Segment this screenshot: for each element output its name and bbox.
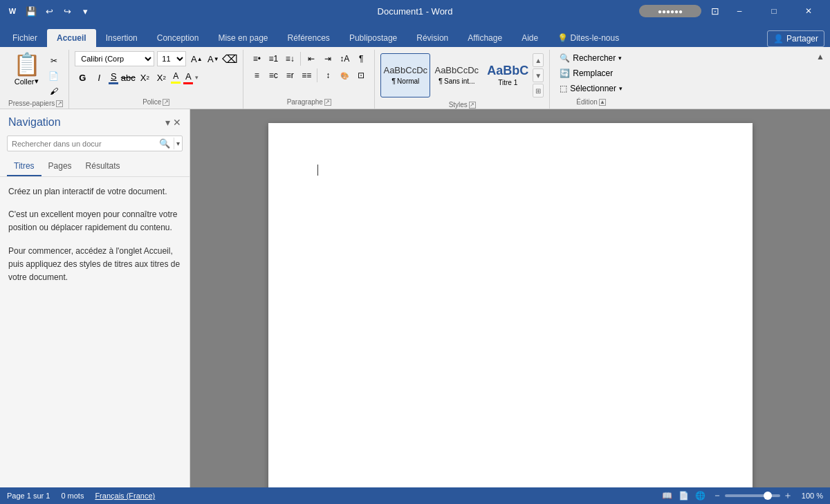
close-button[interactable]: ✕	[793, 0, 824, 22]
nav-tab-resultats[interactable]: Résultats	[79, 157, 127, 176]
tab-aide[interactable]: Aide	[512, 29, 548, 47]
undo-button[interactable]: ↩	[42, 3, 57, 19]
subscript-button[interactable]: X2	[137, 70, 152, 85]
tab-insertion[interactable]: Insertion	[96, 29, 147, 47]
increase-font-button[interactable]: A▲	[189, 51, 204, 66]
tab-accueil[interactable]: Accueil	[47, 29, 96, 47]
para-row1: ≡• ≡1 ≡↓ ⇤ ⇥ ↕A ¶	[249, 51, 369, 66]
nav-dropdown-button[interactable]: ▾	[165, 117, 170, 128]
show-marks-button[interactable]: ¶	[353, 51, 369, 66]
status-language[interactable]: Français (France)	[95, 492, 155, 500]
shading-button[interactable]: 🎨	[337, 68, 352, 83]
tab-revision[interactable]: Révision	[407, 29, 458, 47]
para-row2: ≡ ≡c ≡r ≡≡ ↕ 🎨 ⊡	[249, 68, 369, 83]
nav-search-icon[interactable]: 🔍	[156, 136, 174, 151]
font-color-dropdown[interactable]: ▾	[195, 74, 199, 81]
selectionner-button[interactable]: ⬚ Sélectionner ▾	[555, 82, 627, 95]
read-mode-button[interactable]: 📖	[660, 489, 674, 502]
tab-fichier[interactable]: Fichier	[3, 29, 47, 47]
restore-button[interactable]: ⊡	[710, 6, 721, 17]
sort-button[interactable]: ↕A	[337, 51, 352, 66]
justify-button[interactable]: ≡≡	[299, 68, 314, 83]
nav-search-dropdown[interactable]: ▾	[174, 138, 182, 149]
styles-expand[interactable]: ⊞	[533, 84, 544, 97]
copy-button[interactable]: 📄	[46, 69, 62, 83]
border-button[interactable]: ⊡	[353, 68, 369, 83]
presse-papiers-expand[interactable]: ↗	[56, 100, 63, 107]
style-sans-label: ¶ Sans int...	[439, 77, 474, 85]
nav-search-box: 🔍 ▾	[7, 136, 183, 151]
status-words: 0 mots	[61, 492, 84, 500]
superscript-button[interactable]: X2	[154, 70, 169, 85]
bullets-button[interactable]: ≡•	[249, 51, 264, 66]
para-divider2	[317, 68, 317, 82]
line-spacing-button[interactable]: ↕	[320, 68, 335, 83]
styles-scroll-up[interactable]: ▲	[533, 53, 544, 67]
tab-dites-le-nous[interactable]: 💡 Dites-le-nous	[548, 29, 629, 47]
strikethrough-button[interactable]: abc	[120, 70, 136, 85]
styles-expand-btn[interactable]: ↗	[469, 102, 476, 109]
police-expand[interactable]: ↗	[163, 99, 169, 106]
redo-button[interactable]: ↪	[59, 3, 75, 19]
web-layout-button[interactable]: 🌐	[693, 489, 707, 502]
selectionner-dropdown[interactable]: ▾	[619, 85, 622, 92]
zoom-thumb[interactable]	[764, 492, 772, 500]
group-styles: AaBbCcDc ¶ Normal AaBbCcDc ¶ Sans int...	[375, 50, 550, 109]
save-button[interactable]: 💾	[24, 3, 39, 19]
ribbon-collapse-button[interactable]: ▲	[813, 50, 827, 64]
nav-text-3: Pour commencer, accédez à l'onglet Accue…	[8, 245, 181, 285]
font-color-button[interactable]: A	[183, 71, 194, 85]
document-area[interactable]	[190, 109, 830, 487]
underline-button[interactable]: S	[108, 71, 119, 85]
minimize-button[interactable]: –	[723, 0, 755, 22]
cut-button[interactable]: ✂	[46, 54, 62, 68]
multilevel-list-button[interactable]: ≡↓	[282, 51, 297, 66]
zoom-out-button[interactable]: －	[712, 489, 722, 502]
tab-publipostage[interactable]: Publipostage	[340, 29, 407, 47]
print-layout-button[interactable]: 📄	[676, 489, 690, 502]
font-size-select[interactable]: 11	[157, 51, 186, 66]
paragraphe-expand[interactable]: ↗	[324, 99, 331, 106]
rechercher-button[interactable]: 🔍 Rechercher ▾	[555, 51, 627, 65]
tab-mise-en-page[interactable]: Mise en page	[208, 29, 277, 47]
nav-close-button[interactable]: ✕	[173, 117, 181, 128]
nav-tab-titres[interactable]: Titres	[7, 157, 42, 176]
rechercher-dropdown[interactable]: ▾	[618, 55, 622, 62]
font-name-select[interactable]: Calibri (Corp	[75, 51, 154, 66]
decrease-indent-button[interactable]: ⇤	[304, 51, 319, 66]
styles-scroll-down[interactable]: ▼	[533, 68, 544, 82]
tab-conception[interactable]: Conception	[147, 29, 209, 47]
nav-tab-pages[interactable]: Pages	[42, 157, 79, 176]
zoom-in-button[interactable]: ＋	[783, 489, 793, 502]
decrease-font-button[interactable]: A▼	[205, 51, 221, 66]
edition-collapse[interactable]: ▲	[599, 99, 606, 106]
tab-references[interactable]: Références	[278, 29, 340, 47]
style-sans-interligne[interactable]: AaBbCcDc ¶ Sans int...	[432, 53, 481, 97]
style-normal[interactable]: AaBbCcDc ¶ Normal	[380, 53, 430, 97]
clear-format-button[interactable]: ⌫	[222, 51, 237, 66]
increase-indent-button[interactable]: ⇥	[320, 51, 335, 66]
remplacer-button[interactable]: 🔄 Remplacer	[555, 66, 627, 80]
quick-access-dropdown[interactable]: ▾	[77, 3, 93, 19]
align-center-button[interactable]: ≡c	[266, 68, 281, 83]
nav-search-input[interactable]	[8, 137, 156, 151]
style-titre1[interactable]: AaBbC Titre 1	[483, 53, 533, 97]
share-button[interactable]: 👤 Partager	[767, 30, 824, 47]
bold-button[interactable]: G	[75, 70, 90, 85]
zoom-slider[interactable]	[725, 494, 780, 497]
text-highlight-button[interactable]: A	[170, 71, 181, 84]
align-right-button[interactable]: ≡r	[282, 68, 297, 83]
window-title: Document1 - Word	[378, 6, 453, 17]
document-page[interactable]	[268, 123, 753, 487]
profile-area[interactable]: ●●●●●●	[639, 5, 701, 17]
format-painter-button[interactable]: 🖌	[46, 84, 62, 98]
numbered-list-button[interactable]: ≡1	[266, 51, 281, 66]
tab-affichage[interactable]: Affichage	[458, 29, 512, 47]
status-left: Page 1 sur 1 0 mots Français (France)	[7, 492, 155, 500]
italic-button[interactable]: I	[91, 70, 107, 85]
style-normal-label: ¶ Normal	[391, 77, 419, 85]
maximize-button[interactable]: □	[758, 0, 790, 22]
paste-button[interactable]: 📋 Coller▾	[10, 51, 44, 87]
group-edition: 🔍 Rechercher ▾ 🔄 Remplacer ⬚ Sélectionne…	[550, 50, 632, 109]
align-left-button[interactable]: ≡	[249, 68, 264, 83]
